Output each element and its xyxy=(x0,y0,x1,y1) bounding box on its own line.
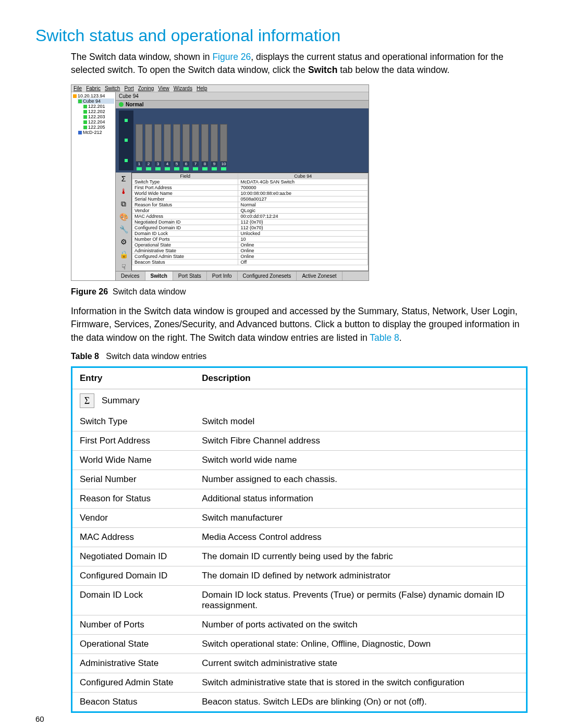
field-name: First Port Address xyxy=(132,184,238,190)
port[interactable]: 3 xyxy=(154,124,162,170)
table-row: Number Of Ports10 xyxy=(132,236,368,242)
header-entry: Entry xyxy=(72,367,195,389)
entry-cell: Serial Number xyxy=(72,470,195,489)
col-field: Field xyxy=(132,173,238,179)
table-row: Administrative StateOnline xyxy=(132,248,368,253)
description-table: Entry Description Σ Summary Switch TypeS… xyxy=(71,366,528,713)
port[interactable]: 6 xyxy=(182,124,190,170)
page-title: Switch status and operational informatio… xyxy=(35,26,528,45)
port[interactable]: 9 xyxy=(211,124,218,170)
thermometer-icon[interactable]: 🌡 xyxy=(120,187,127,195)
hand-icon[interactable]: ☟ xyxy=(121,263,126,271)
port[interactable]: 7 xyxy=(192,124,199,170)
entry-cell: Vendor xyxy=(72,508,195,527)
tree-item-label: 122.204 xyxy=(88,119,105,125)
entry-cell: Negotiated Domain ID xyxy=(72,547,195,566)
tree-item-label: 122.203 xyxy=(88,114,105,119)
tree-item[interactable]: Cube 94 xyxy=(78,98,114,104)
tab-active-zoneset[interactable]: Active Zoneset xyxy=(297,272,342,280)
field-name: Configured Domain ID xyxy=(132,225,238,230)
field-value: 10:00:08:00:88:e0:aa:be xyxy=(238,190,368,196)
field-value: QLogic xyxy=(238,207,368,213)
tree-item[interactable]: 122.202 xyxy=(83,109,114,114)
entry-cell: Number of Ports xyxy=(72,615,195,634)
tree-item[interactable]: 122.205 xyxy=(83,125,114,130)
figure-link[interactable]: Figure 26 xyxy=(212,52,251,62)
tab-port-info[interactable]: Port Info xyxy=(207,272,238,280)
tree-item[interactable]: 122.203 xyxy=(83,114,114,119)
col-value: Cube 94 xyxy=(238,173,368,179)
table-row: MAC AddressMedia Access Control address xyxy=(72,527,527,547)
menu-view[interactable]: View xyxy=(158,85,169,91)
desc-cell: The domain ID currently being used by th… xyxy=(194,547,527,566)
menu-zoning[interactable]: Zoning xyxy=(138,85,154,91)
summary-label: Summary xyxy=(102,396,140,406)
desc-cell: Additional status information xyxy=(194,489,527,508)
menu-help[interactable]: Help xyxy=(197,85,207,91)
field-name: Configured Admin State xyxy=(132,253,238,259)
menu-file[interactable]: File xyxy=(74,85,82,91)
tree-item[interactable]: 122.201 xyxy=(83,104,114,109)
table-text: Switch data window entries xyxy=(106,352,206,361)
page: Switch status and operational informatio… xyxy=(0,0,563,728)
entry-cell: MAC Address xyxy=(72,527,195,547)
desc-cell: Switch model xyxy=(194,412,527,431)
intro-bold: Switch xyxy=(308,65,337,75)
tree-item-label: Cube 94 xyxy=(83,98,101,104)
intro-pre: The Switch data window, shown in xyxy=(71,52,212,62)
table-row: Operational StateSwitch operational stat… xyxy=(72,634,527,653)
port[interactable]: 10 xyxy=(220,124,227,170)
field-value: McDATA 4Gb SAN Switch xyxy=(238,179,368,184)
tab-port-stats[interactable]: Port Stats xyxy=(173,272,207,280)
page-number: 60 xyxy=(35,714,44,723)
field-value: 00:c0:dd:07:12:24 xyxy=(238,213,368,219)
status-row: Normal xyxy=(116,101,369,108)
table-row: Administrative StateCurrent switch admin… xyxy=(72,653,527,673)
network-icon[interactable]: ⧉ xyxy=(121,200,126,208)
desc-cell: Number of ports activated on the switch xyxy=(194,615,527,634)
switch-title: Cube 94 xyxy=(116,92,369,101)
gear-icon[interactable]: ⚙ xyxy=(120,238,127,246)
port[interactable]: 1 xyxy=(136,124,143,170)
tree-item[interactable]: 122.204 xyxy=(83,119,114,125)
table-link[interactable]: Table 8 xyxy=(370,332,399,343)
field-value: Normal xyxy=(238,202,368,207)
menu-switch[interactable]: Switch xyxy=(105,85,120,91)
tree-item-label: 122.201 xyxy=(88,104,105,109)
tree-root[interactable]: 10.20.123.94 xyxy=(72,93,114,98)
table-header-row: Entry Description xyxy=(72,367,527,389)
chassis-graphic: 1 2 3 4 5 6 7 8 9 10 xyxy=(116,108,369,172)
port[interactable]: 8 xyxy=(201,124,209,170)
summary-cell: Σ Summary xyxy=(80,393,519,408)
port[interactable]: 2 xyxy=(145,124,152,170)
table-row: Configured Admin StateOnline xyxy=(132,253,368,259)
figure-text: Switch data window xyxy=(113,287,186,296)
field-name: Negotiated Domain ID xyxy=(132,219,238,225)
tab-configured-zonesets[interactable]: Configured Zonesets xyxy=(238,272,297,280)
menu-fabric[interactable]: Fabric xyxy=(86,85,101,91)
tab-switch[interactable]: Switch xyxy=(145,272,173,280)
tree-item[interactable]: McD-212 xyxy=(78,130,114,135)
table-row: Beacon StatusBeacon status. Switch LEDs … xyxy=(72,692,527,712)
lock-icon[interactable]: 🔒 xyxy=(119,250,128,258)
table-row: World Wide NameSwitch world wide name xyxy=(72,450,527,470)
port[interactable]: 4 xyxy=(164,124,171,170)
field-value: Online xyxy=(238,253,368,259)
figure-label: Figure 26 xyxy=(71,287,108,296)
field-name: World Wide Name xyxy=(132,190,238,196)
entry-cell: Reason for Status xyxy=(72,489,195,508)
port[interactable]: 5 xyxy=(173,124,180,170)
wrench-icon[interactable]: 🔧 xyxy=(119,225,128,233)
table-row: Serial Number0508a00127 xyxy=(132,196,368,202)
menu-wizards[interactable]: Wizards xyxy=(174,85,192,91)
figure-caption: Figure 26 Switch data window xyxy=(71,287,528,297)
field-name: Serial Number xyxy=(132,196,238,202)
field-value: 112 (0x70) xyxy=(238,225,368,230)
palette-icon[interactable]: 🎨 xyxy=(119,213,128,221)
tab-devices[interactable]: Devices xyxy=(116,272,145,280)
menu-port[interactable]: Port xyxy=(124,85,133,91)
sigma-icon[interactable]: Σ xyxy=(121,175,126,183)
table-row: Switch TypeSwitch model xyxy=(72,412,527,431)
entry-cell: First Port Address xyxy=(72,431,195,450)
desc-cell: Switch world wide name xyxy=(194,450,527,470)
